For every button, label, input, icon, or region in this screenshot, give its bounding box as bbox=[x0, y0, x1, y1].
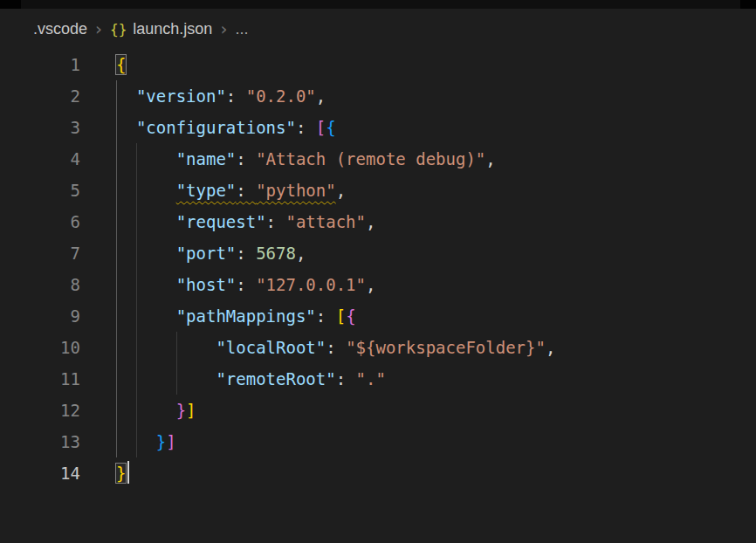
code-line-content[interactable]: "request": "attach", bbox=[80, 206, 756, 237]
title-bar bbox=[0, 0, 756, 9]
code-token: : bbox=[336, 369, 356, 388]
code-line[interactable]: 8 "host": "127.0.0.1", bbox=[0, 269, 756, 300]
code-token: "name" bbox=[176, 149, 237, 168]
indent-whitespace bbox=[116, 244, 176, 263]
code-line[interactable]: 12 }] bbox=[0, 395, 756, 426]
code-token: , bbox=[336, 181, 346, 200]
breadcrumb-item-folder[interactable]: .vscode bbox=[33, 20, 87, 38]
code-token: "remoteRoot" bbox=[216, 369, 335, 388]
code-line-content[interactable]: "port": 5678, bbox=[80, 237, 756, 269]
indent-guide bbox=[136, 426, 137, 457]
code-line[interactable]: 4 "name": "Attach (remote debug)", bbox=[0, 143, 756, 175]
breadcrumb-file-label: launch.json bbox=[133, 20, 212, 38]
line-number[interactable]: 7 bbox=[0, 237, 80, 269]
code-token: : bbox=[226, 86, 246, 106]
line-number[interactable]: 11 bbox=[0, 363, 80, 395]
code-token: { bbox=[326, 118, 335, 137]
indent-whitespace bbox=[116, 86, 136, 106]
code-token: "${workspaceFolder}" bbox=[346, 338, 546, 357]
code-line-content[interactable]: "configurations": [{ bbox=[80, 112, 756, 143]
code-token: : bbox=[296, 118, 316, 137]
indent-guide bbox=[136, 206, 137, 237]
chevron-right-icon: › bbox=[87, 18, 110, 39]
code-area[interactable]: 1{2 "version": "0.2.0",3 "configurations… bbox=[0, 49, 756, 489]
code-token: "localRoot" bbox=[216, 338, 326, 357]
code-line-content[interactable]: "remoteRoot": "." bbox=[80, 363, 756, 395]
code-line-content[interactable]: "version": "0.2.0", bbox=[80, 80, 756, 112]
line-number[interactable]: 8 bbox=[0, 269, 80, 300]
breadcrumb-item-file[interactable]: {} launch.json bbox=[110, 20, 212, 38]
chevron-right-icon: › bbox=[212, 18, 235, 39]
code-line-content[interactable]: }] bbox=[80, 426, 756, 457]
code-token: : bbox=[236, 244, 256, 263]
code-token: : bbox=[326, 338, 346, 357]
indent-guide bbox=[176, 332, 177, 363]
indent-guide bbox=[136, 237, 137, 269]
indent-guide bbox=[116, 80, 117, 112]
code-line-content[interactable]: "pathMappings": [{ bbox=[80, 300, 756, 332]
line-number[interactable]: 2 bbox=[0, 80, 80, 112]
code-token: : bbox=[316, 306, 336, 326]
indent-guide bbox=[116, 237, 117, 269]
code-line[interactable]: 5 "type": "python", bbox=[0, 175, 756, 206]
indent-guide bbox=[116, 269, 117, 300]
code-line[interactable]: 6 "request": "attach", bbox=[0, 206, 756, 237]
code-token: { bbox=[346, 306, 355, 326]
code-token: } bbox=[156, 432, 166, 451]
code-line-content[interactable]: "name": "Attach (remote debug)", bbox=[80, 143, 756, 175]
indent-whitespace bbox=[116, 401, 176, 420]
indent-whitespace bbox=[116, 275, 176, 294]
code-line[interactable]: 3 "configurations": [{ bbox=[0, 112, 756, 143]
title-bar-corner-left bbox=[0, 0, 21, 9]
code-token: , bbox=[316, 86, 326, 106]
code-token: "type" bbox=[176, 181, 237, 200]
breadcrumb-item-symbol[interactable]: ... bbox=[235, 20, 248, 38]
indent-guide bbox=[116, 426, 117, 457]
code-token: "configurations" bbox=[136, 118, 296, 137]
line-number[interactable]: 12 bbox=[0, 395, 80, 426]
line-number[interactable]: 3 bbox=[0, 112, 80, 143]
code-token: , bbox=[366, 212, 375, 231]
code-line-content[interactable]: "localRoot": "${workspaceFolder}", bbox=[80, 332, 756, 363]
code-token: "Attach (remote debug)" bbox=[256, 149, 485, 168]
indent-guide bbox=[116, 300, 117, 332]
code-token: [ bbox=[316, 118, 326, 137]
code-line[interactable]: 14} bbox=[0, 457, 756, 489]
line-number[interactable]: 4 bbox=[0, 143, 80, 175]
indent-whitespace bbox=[116, 338, 216, 357]
line-number[interactable]: 1 bbox=[0, 49, 80, 80]
indent-guide bbox=[116, 206, 117, 237]
line-number[interactable]: 10 bbox=[0, 332, 80, 363]
line-number[interactable]: 9 bbox=[0, 300, 80, 332]
indent-whitespace bbox=[116, 212, 176, 231]
code-line[interactable]: 9 "pathMappings": [{ bbox=[0, 300, 756, 332]
line-number[interactable]: 13 bbox=[0, 426, 80, 457]
code-token: } bbox=[116, 464, 126, 483]
code-line[interactable]: 13 }] bbox=[0, 426, 756, 457]
code-line[interactable]: 2 "version": "0.2.0", bbox=[0, 80, 756, 112]
code-token: , bbox=[546, 338, 555, 357]
code-token: "request" bbox=[176, 212, 266, 231]
code-line-content[interactable]: } bbox=[80, 457, 756, 489]
code-line-content[interactable]: "type": "python", bbox=[80, 175, 756, 206]
code-token: : bbox=[236, 149, 256, 168]
code-line[interactable]: 11 "remoteRoot": "." bbox=[0, 363, 756, 395]
code-token: "host" bbox=[176, 275, 237, 294]
code-token: : bbox=[266, 212, 286, 231]
line-number[interactable]: 5 bbox=[0, 175, 80, 206]
code-token: "port" bbox=[176, 244, 237, 263]
indent-guide bbox=[176, 363, 177, 395]
code-line[interactable]: 10 "localRoot": "${workspaceFolder}", bbox=[0, 332, 756, 363]
code-line-content[interactable]: }] bbox=[80, 395, 756, 426]
code-token: , bbox=[296, 244, 306, 263]
code-token: } bbox=[176, 401, 186, 420]
indent-guide bbox=[136, 395, 137, 426]
code-line[interactable]: 1{ bbox=[0, 49, 756, 80]
indent-guide bbox=[136, 300, 137, 332]
line-number[interactable]: 6 bbox=[0, 206, 80, 237]
code-token: ] bbox=[186, 401, 196, 420]
line-number[interactable]: 14 bbox=[0, 457, 80, 489]
code-line-content[interactable]: "host": "127.0.0.1", bbox=[80, 269, 756, 300]
code-line[interactable]: 7 "port": 5678, bbox=[0, 237, 756, 269]
code-line-content[interactable]: { bbox=[80, 49, 756, 80]
